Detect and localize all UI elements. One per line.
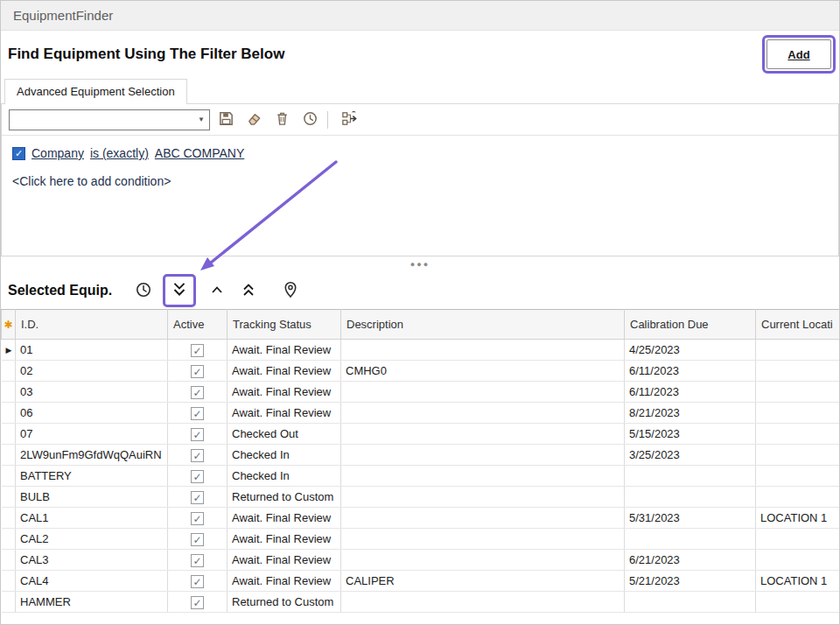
table-row[interactable]: BATTERY✓Checked In [2,466,840,487]
cell-id[interactable]: CAL2 [16,529,168,550]
active-checkbox[interactable]: ✓ [191,386,204,399]
cell-description[interactable]: CALIPER [341,571,625,592]
cell-active[interactable]: ✓ [168,403,228,424]
chevron-down-icon[interactable]: ▼ [193,116,209,123]
column-header-calibration_due[interactable]: Calibration Due [625,310,756,340]
condition-field-link[interactable]: Company [32,146,84,160]
cell-tracking-status[interactable]: Await. Final Review [228,571,341,592]
cell-id[interactable]: 07 [16,424,168,445]
cell-active[interactable]: ✓ [168,466,228,487]
condition-value-link[interactable]: ABC COMPANY [155,146,244,160]
cell-current-location[interactable] [756,466,840,487]
condition-checkbox[interactable]: ✓ [12,147,25,160]
cell-calibration-due[interactable]: 5/21/2023 [625,571,756,592]
cell-current-location[interactable] [756,445,840,466]
cell-current-location[interactable] [756,340,840,361]
active-checkbox[interactable]: ✓ [191,428,204,441]
cell-description[interactable] [341,508,625,529]
cell-active[interactable]: ✓ [168,487,228,508]
cell-tracking-status[interactable]: Await. Final Review [228,529,341,550]
cell-calibration-due[interactable]: 6/11/2023 [625,382,756,403]
cell-current-location[interactable] [756,424,840,445]
cell-tracking-status[interactable]: Returned to Custom [228,487,341,508]
locate-button[interactable] [278,278,303,303]
cell-calibration-due[interactable]: 6/21/2023 [625,550,756,571]
cell-description[interactable] [341,445,625,466]
cell-active[interactable]: ✓ [168,340,228,361]
table-row[interactable]: ▶01✓Await. Final Review4/25/2023 [2,340,840,361]
filter-history-button[interactable] [298,108,322,132]
cell-active[interactable]: ✓ [168,571,228,592]
saved-filter-combobox[interactable]: ▼ [9,109,210,130]
cell-description[interactable] [341,550,625,571]
cell-active[interactable]: ✓ [168,508,228,529]
table-row[interactable]: 02✓Await. Final ReviewCMHG06/11/2023 [2,361,840,382]
move-up-button[interactable] [205,278,229,303]
condition-operator-link[interactable]: is (exactly) [90,146,149,160]
active-checkbox[interactable]: ✓ [191,512,204,525]
cell-id[interactable]: 01 [16,340,168,361]
save-filter-button[interactable] [214,108,238,132]
column-header-tracking_status[interactable]: Tracking Status [228,310,341,340]
equip-history-button[interactable] [131,278,156,303]
collapse-all-button[interactable] [236,278,261,303]
cell-id[interactable]: 03 [16,382,168,403]
cell-current-location[interactable] [756,403,840,424]
active-checkbox[interactable]: ✓ [191,449,204,462]
cell-tracking-status[interactable]: Await. Final Review [228,508,341,529]
column-header-description[interactable]: Description [341,310,625,340]
column-header-id[interactable]: I.D. [16,310,168,340]
splitter-handle[interactable]: ●●● [1,256,839,272]
table-row[interactable]: 07✓Checked Out5/15/2023 [2,424,840,445]
table-row[interactable]: CAL1✓Await. Final Review5/31/2023LOCATIO… [2,508,840,529]
cell-active[interactable]: ✓ [168,592,228,613]
column-header-current_location[interactable]: Current Locati [756,310,840,340]
cell-current-location[interactable] [756,529,840,550]
cell-current-location[interactable] [756,592,840,613]
cell-id[interactable]: HAMMER [16,592,168,613]
cell-current-location[interactable] [756,550,840,571]
cell-id[interactable]: 06 [16,403,168,424]
cell-current-location[interactable]: LOCATION 1 [756,571,840,592]
tab-advanced-equipment-selection[interactable]: Advanced Equipment Selection [4,79,187,104]
cell-description[interactable] [341,382,625,403]
add-condition-link[interactable]: <Click here to add condition> [12,174,828,188]
cell-id[interactable]: 02 [16,361,168,382]
table-row[interactable]: 2LW9unFm9GfdWqQAuiRN✓Checked In3/25/2023 [2,445,840,466]
apply-filter-button[interactable] [337,108,361,132]
cell-active[interactable]: ✓ [168,550,228,571]
cell-id[interactable]: CAL1 [16,508,168,529]
cell-tracking-status[interactable]: Checked In [228,445,341,466]
cell-description[interactable] [341,340,625,361]
active-checkbox[interactable]: ✓ [191,365,204,378]
cell-current-location[interactable] [756,487,840,508]
active-checkbox[interactable]: ✓ [191,575,204,588]
cell-calibration-due[interactable]: 4/25/2023 [625,340,756,361]
cell-active[interactable]: ✓ [168,529,228,550]
cell-id[interactable]: BULB [16,487,168,508]
cell-active[interactable]: ✓ [168,382,228,403]
cell-tracking-status[interactable]: Checked Out [228,424,341,445]
cell-description[interactable] [341,424,625,445]
cell-calibration-due[interactable]: 3/25/2023 [625,445,756,466]
column-header-active[interactable]: Active [168,310,228,340]
cell-calibration-due[interactable] [625,466,756,487]
table-row[interactable]: 06✓Await. Final Review8/21/2023 [2,403,840,424]
cell-calibration-due[interactable] [625,487,756,508]
table-row[interactable]: CAL3✓Await. Final Review6/21/2023 [2,550,840,571]
table-row[interactable]: BULB✓Returned to Custom [2,487,840,508]
cell-description[interactable] [341,403,625,424]
cell-calibration-due[interactable]: 8/21/2023 [625,403,756,424]
cell-active[interactable]: ✓ [168,361,228,382]
cell-id[interactable]: CAL3 [16,550,168,571]
delete-filter-button[interactable] [270,108,294,132]
expand-all-button[interactable] [167,278,192,303]
cell-calibration-due[interactable] [625,529,756,550]
cell-description[interactable] [341,592,625,613]
cell-description[interactable] [341,487,625,508]
active-checkbox[interactable]: ✓ [191,491,204,504]
cell-description[interactable] [341,466,625,487]
cell-calibration-due[interactable]: 5/31/2023 [625,508,756,529]
cell-id[interactable]: CAL4 [16,571,168,592]
cell-id[interactable]: BATTERY [16,466,168,487]
